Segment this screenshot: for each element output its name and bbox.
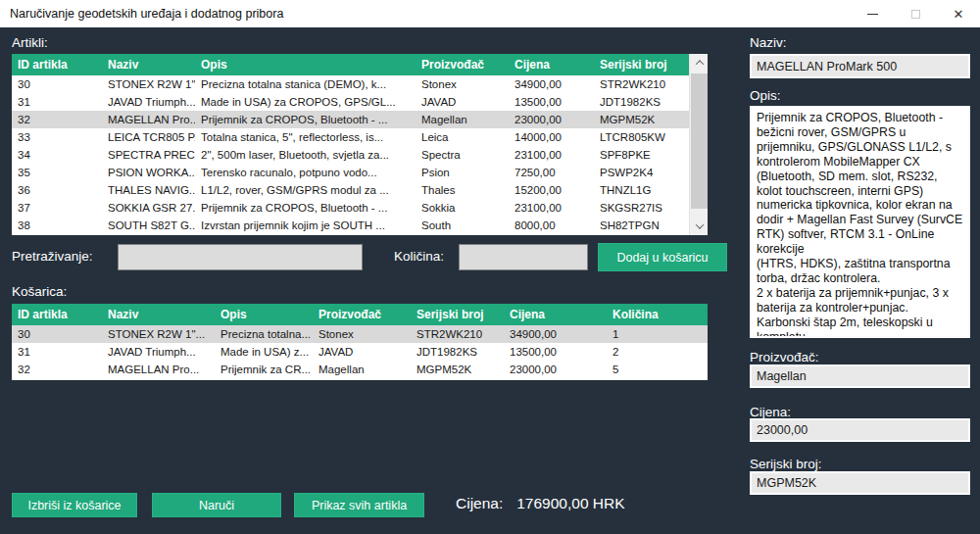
window-controls: ✕ — [851, 0, 980, 27]
column-header[interactable]: Serijski broj — [594, 58, 689, 72]
cell: Izvrstan prijemnik kojim je SOUTH ... — [195, 219, 416, 231]
cell: SPECTRA PRECI... — [102, 149, 195, 161]
cell: MAGELLAN Pro... — [102, 364, 215, 375]
cell: 2 — [607, 346, 708, 358]
table-row[interactable]: 30STONEX R2W 1"...Precizna totalna stani… — [12, 75, 708, 93]
cell: SOKKIA GSR 27... — [102, 202, 195, 214]
cell: 30 — [12, 78, 102, 90]
column-header[interactable]: Cijena — [509, 58, 594, 72]
cell: Totalna stanica, 5", reflectorless, is..… — [195, 131, 416, 143]
table-row[interactable]: 35PSION WORKA...Terensko racunalo, potpu… — [12, 164, 708, 181]
scroll-up-button[interactable] — [690, 54, 708, 72]
cell: 23000,00 — [504, 364, 607, 375]
cell: 23100,00 — [509, 149, 594, 161]
cell: 13500,00 — [509, 96, 594, 108]
cell: 15200,00 — [509, 184, 594, 196]
column-header[interactable]: ID artikla — [12, 308, 102, 321]
detail-serijski-field[interactable] — [750, 471, 970, 495]
scroll-down-icon — [695, 220, 703, 228]
column-header[interactable]: Opis — [195, 58, 416, 72]
scroll-thumb[interactable] — [691, 73, 708, 209]
detail-naziv-field[interactable] — [750, 54, 970, 78]
table-row[interactable]: 31JAVAD Triumph...Made in USA) z...JAVAD… — [12, 343, 708, 361]
cell: STR2WK210 — [594, 78, 689, 90]
cell: JAVAD Triumph... — [102, 96, 195, 108]
cell: Precizna totalna... — [215, 328, 313, 340]
column-header[interactable]: Serijski broj — [411, 308, 504, 321]
cell: 37 — [12, 202, 102, 214]
cell: 5 — [607, 364, 708, 375]
column-header[interactable]: ID artikla — [12, 58, 102, 72]
cell: 31 — [12, 96, 102, 108]
table-row[interactable]: 38SOUTH S82T G...Izvrstan prijemnik koji… — [12, 217, 708, 234]
cell: Spectra — [416, 149, 509, 161]
cell: STR2WK210 — [411, 328, 504, 340]
cell: STONEX R2W 1"... — [102, 328, 215, 340]
detail-proizvodac-field[interactable] — [750, 364, 970, 388]
cell: JAVAD — [313, 346, 411, 358]
cell: Sokkia — [416, 202, 509, 214]
detail-opis-field[interactable]: Prijemnik za CROPOS, Bluetooth - bežicni… — [750, 106, 970, 338]
articles-scrollbar[interactable] — [689, 54, 708, 235]
app-window: Naručivanje geodetskih uređaja i dodatno… — [0, 0, 980, 534]
minimize-icon — [867, 14, 878, 15]
cell: Prijemnik za CROPOS, Bluetooth - ... — [195, 202, 416, 214]
column-header[interactable]: Opis — [215, 308, 313, 321]
column-header[interactable]: Proizvođač — [313, 308, 411, 321]
detail-cijena-field[interactable] — [750, 418, 970, 442]
cell: 7250,00 — [509, 167, 594, 178]
cell: PSION WORKA... — [102, 167, 195, 178]
cell: THALES NAVIG... — [102, 184, 195, 196]
cell: Made in USA) za CROPOS, GPS/GL... — [195, 96, 416, 108]
cell: South — [416, 219, 509, 231]
cell: 36 — [12, 184, 102, 196]
scroll-up-icon — [695, 60, 703, 68]
add-to-cart-button[interactable]: Dodaj u košaricu — [598, 243, 727, 271]
cell: Prijemnik za CROPOS, Bluetooth - ... — [195, 114, 416, 125]
quantity-input[interactable] — [459, 244, 588, 270]
table-row[interactable]: 37SOKKIA GSR 27...Prijemnik za CROPOS, B… — [12, 199, 708, 217]
table-row[interactable]: 31JAVAD Triumph...Made in USA) za CROPOS… — [12, 93, 708, 111]
cell: 32 — [12, 364, 102, 375]
column-header[interactable]: Naziv — [102, 308, 215, 321]
minimize-button[interactable] — [851, 0, 894, 27]
cell: 8000,00 — [509, 219, 594, 231]
detail-cijena-label: Cijena: — [750, 405, 791, 419]
column-header[interactable]: Količina — [607, 308, 708, 321]
cart-table[interactable]: ID artiklaNazivOpisProizvođačSerijski br… — [12, 304, 708, 380]
cell: Prijemnik za CR... — [215, 364, 313, 375]
cell: Precizna totalna stanica (DEMO), k... — [195, 78, 416, 90]
show-all-articles-button[interactable]: Prikaz svih artikla — [294, 493, 424, 517]
table-row[interactable]: 34SPECTRA PRECI...2", 500m laser, Blueto… — [12, 146, 708, 164]
cell: 23100,00 — [509, 202, 594, 214]
table-row[interactable]: 33LEICA TCR805 P...Totalna stanica, 5", … — [12, 128, 708, 146]
column-header[interactable]: Naziv — [102, 58, 195, 72]
table-row[interactable]: 36THALES NAVIG...L1/L2, rover, GSM/GPRS … — [12, 181, 708, 199]
close-button[interactable]: ✕ — [937, 0, 980, 27]
articles-label: Artikli: — [12, 35, 48, 50]
search-input[interactable] — [118, 244, 363, 270]
column-header[interactable]: Cijena — [504, 308, 607, 321]
cell: JDT1982KS — [594, 96, 689, 108]
cell: 38 — [12, 219, 102, 231]
maximize-icon — [911, 10, 920, 19]
order-button[interactable]: Naruči — [152, 493, 281, 517]
quantity-label: Količina: — [394, 249, 444, 264]
cell: 34 — [12, 149, 102, 161]
table-row[interactable]: 30STONEX R2W 1"...Precizna totalna...Sto… — [12, 325, 708, 343]
cell: 34900,00 — [509, 78, 594, 90]
delete-from-cart-button[interactable]: Izbriši iz košarice — [12, 493, 137, 517]
maximize-button[interactable] — [894, 0, 937, 27]
scroll-down-button[interactable] — [690, 218, 708, 235]
articles-table[interactable]: ID artiklaNazivOpisProizvođačCijenaSerij… — [12, 54, 708, 235]
search-label: Pretraživanje: — [12, 249, 93, 264]
table-row[interactable]: 32MAGELLAN Pro...Prijemnik za CR...Magel… — [12, 361, 708, 378]
table-row[interactable]: 32MAGELLAN Pro...Prijemnik za CROPOS, Bl… — [12, 111, 708, 128]
title-bar: Naručivanje geodetskih uređaja i dodatno… — [0, 0, 980, 27]
cell: SKGSR27IS — [594, 202, 689, 214]
cell: STONEX R2W 1"... — [102, 78, 195, 90]
cell: 30 — [12, 328, 102, 340]
cell: Magellan — [313, 364, 411, 375]
column-header[interactable]: Proizvođač — [416, 58, 509, 72]
cell: Terensko racunalo, potpuno vodo... — [195, 167, 416, 178]
